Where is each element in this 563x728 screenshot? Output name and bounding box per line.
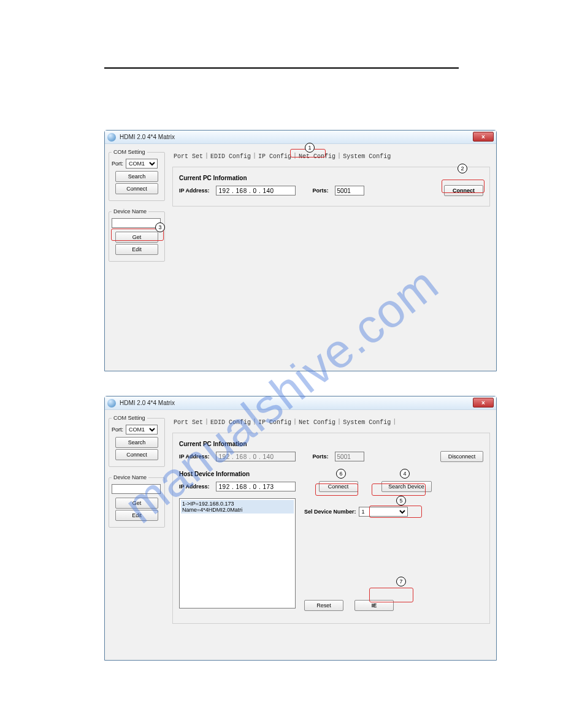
list-item[interactable]: 1->IP=192.168.0.173 Name=4*4HDMI2.0Matri bbox=[181, 500, 294, 514]
callout-5: 5 bbox=[396, 496, 406, 506]
close-button[interactable]: × bbox=[473, 398, 494, 408]
port-select[interactable]: COM1 bbox=[126, 425, 158, 434]
port-select[interactable]: COM1 bbox=[126, 159, 158, 169]
com-setting-legend: COM Setting bbox=[112, 415, 147, 421]
tab-system-config[interactable]: System Config bbox=[342, 153, 392, 161]
app-window-2: HDMI 2.0 4*4 Matrix × COM Setting Port: … bbox=[104, 396, 497, 661]
com-search-button[interactable]: Search bbox=[115, 437, 158, 448]
ip-address-field: 192 . 168 . 0 . 140 bbox=[216, 452, 296, 461]
host-connect-button[interactable]: Connect bbox=[319, 481, 358, 492]
com-search-button[interactable]: Search bbox=[115, 171, 158, 182]
tab-strip: Port Set| EDID Config| IP Config| Net Co… bbox=[172, 419, 490, 427]
tab-ip-config[interactable]: IP Config bbox=[257, 153, 293, 161]
horizontal-rule bbox=[104, 67, 459, 69]
com-setting-legend: COM Setting bbox=[112, 149, 147, 155]
callout-4: 4 bbox=[400, 469, 410, 479]
tab-system-config[interactable]: System Config bbox=[342, 419, 392, 427]
device-name-input[interactable] bbox=[112, 484, 161, 494]
port-label: Port: bbox=[112, 427, 123, 433]
com-setting-group: COM Setting Port: COM1 Search Connect bbox=[109, 415, 165, 467]
tab-net-config[interactable]: Net Config bbox=[297, 153, 337, 161]
tab-port-set[interactable]: Port Set bbox=[172, 419, 204, 427]
close-icon: × bbox=[481, 400, 485, 406]
window-title: HDMI 2.0 4*4 Matrix bbox=[120, 134, 175, 140]
sel-device-label: Sel Device Number: bbox=[304, 509, 356, 515]
com-connect-button[interactable]: Connect bbox=[115, 183, 158, 194]
device-name-legend: Device Name bbox=[112, 208, 148, 214]
com-setting-group: COM Setting Port: COM1 Search Connect bbox=[109, 149, 165, 201]
tab-strip: Port Set| EDID Config| IP Config| Net Co… bbox=[172, 153, 490, 161]
callout-6: 6 bbox=[336, 469, 346, 479]
pc-info-title: Current PC Information bbox=[179, 441, 483, 447]
device-name-input[interactable] bbox=[112, 218, 161, 228]
device-get-button[interactable]: Get bbox=[115, 498, 158, 509]
ports-input bbox=[335, 452, 364, 461]
device-edit-button[interactable]: Edit bbox=[115, 244, 158, 255]
pc-disconnect-button[interactable]: Disconnect bbox=[440, 451, 483, 462]
pc-info-title: Current PC Information bbox=[179, 175, 483, 181]
pc-connect-button[interactable]: Connect bbox=[444, 185, 483, 196]
search-device-button[interactable]: Search Device bbox=[381, 481, 432, 492]
ie-button[interactable]: IE bbox=[354, 600, 394, 611]
app-icon bbox=[107, 133, 116, 142]
app-icon bbox=[107, 399, 116, 408]
tab-ip-config[interactable]: IP Config bbox=[257, 419, 293, 427]
com-connect-button[interactable]: Connect bbox=[115, 449, 158, 460]
app-window-1: HDMI 2.0 4*4 Matrix × COM Setting Port: … bbox=[104, 130, 497, 371]
ip-address-label: IP Address: bbox=[179, 453, 210, 460]
reset-button[interactable]: Reset bbox=[304, 600, 343, 611]
sel-device-select[interactable]: 1 bbox=[359, 507, 408, 517]
device-name-group: Device Name Get Edit bbox=[109, 474, 165, 528]
ip-address-label: IP Address: bbox=[179, 188, 210, 194]
port-label: Port: bbox=[112, 161, 123, 167]
tab-edid-config[interactable]: EDID Config bbox=[209, 153, 252, 161]
tab-port-set[interactable]: Port Set bbox=[172, 153, 204, 161]
callout-2: 2 bbox=[458, 164, 467, 173]
host-info-title: Host Device Information bbox=[179, 471, 483, 477]
tab-edid-config[interactable]: EDID Config bbox=[209, 419, 252, 427]
tab-net-config[interactable]: Net Config bbox=[297, 419, 337, 427]
titlebar: HDMI 2.0 4*4 Matrix × bbox=[105, 131, 496, 144]
callout-1: 1 bbox=[305, 143, 315, 153]
device-name-legend: Device Name bbox=[112, 474, 148, 480]
close-icon: × bbox=[481, 134, 485, 140]
device-list[interactable]: 1->IP=192.168.0.173 Name=4*4HDMI2.0Matri bbox=[179, 498, 296, 609]
close-button[interactable]: × bbox=[473, 132, 494, 142]
ports-label: Ports: bbox=[313, 453, 329, 460]
callout-7: 7 bbox=[396, 577, 406, 586]
titlebar: HDMI 2.0 4*4 Matrix × bbox=[105, 396, 496, 410]
host-ip-label: IP Address: bbox=[179, 483, 210, 490]
ports-label: Ports: bbox=[313, 188, 329, 194]
device-edit-button[interactable]: Edit bbox=[115, 510, 158, 521]
callout-3: 3 bbox=[155, 222, 165, 232]
window-title: HDMI 2.0 4*4 Matrix bbox=[120, 400, 175, 406]
ports-input[interactable] bbox=[335, 186, 364, 195]
ip-address-field[interactable]: 192 . 168 . 0 . 140 bbox=[216, 186, 296, 195]
host-ip-field[interactable]: 192 . 168 . 0 . 173 bbox=[216, 482, 296, 491]
device-get-button[interactable]: Get bbox=[115, 232, 158, 243]
device-name-group: Device Name Get Edit bbox=[109, 208, 165, 262]
